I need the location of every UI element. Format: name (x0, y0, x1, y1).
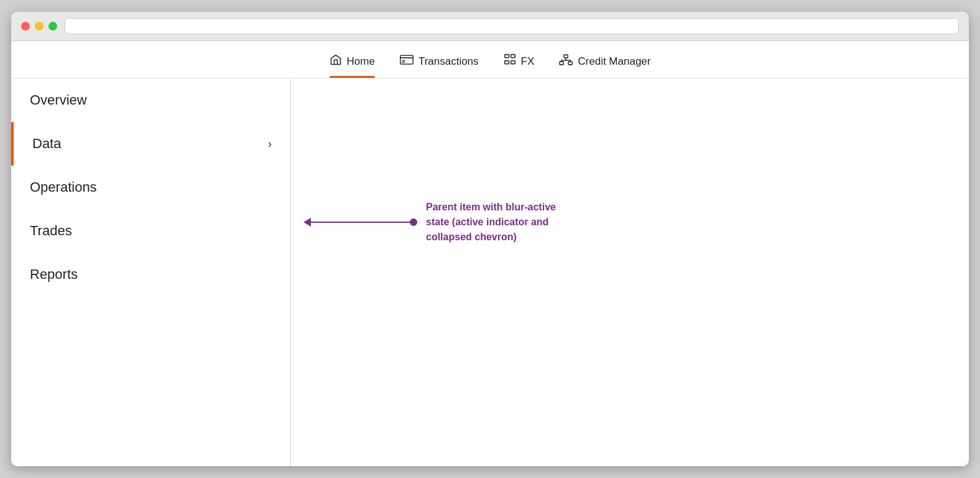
sidebar-item-data[interactable]: Data › (11, 122, 290, 166)
sidebar-item-trades[interactable]: Trades (11, 209, 290, 253)
content-area: Parent item with blur-active state (acti… (291, 78, 969, 466)
sidebar-item-overview[interactable]: Overview (11, 78, 290, 122)
annotation: Parent item with blur-active state (acti… (291, 200, 563, 245)
annotation-arrow-container: Parent item with blur-active state (acti… (303, 200, 563, 245)
nav-item-credit-manager[interactable]: Credit Manager (559, 54, 650, 78)
address-bar[interactable] (65, 18, 959, 34)
traffic-light-red[interactable] (21, 22, 30, 30)
chevron-right-icon: › (268, 138, 272, 151)
svg-rect-4 (504, 55, 509, 58)
browser-window: Home Transactions (11, 12, 969, 466)
nav-item-transactions-label: Transactions (418, 55, 479, 68)
annotation-arrowhead (303, 218, 311, 227)
transactions-icon (400, 54, 414, 68)
annotation-text: Parent item with blur-active state (acti… (426, 200, 563, 245)
nav-item-home-label: Home (347, 55, 375, 68)
sidebar-item-reports-label: Reports (30, 266, 78, 283)
main-layout: Overview Data › Operations Trades Repo (11, 78, 969, 466)
nav-items: Home Transactions (330, 54, 651, 78)
sidebar-item-trades-label: Trades (30, 223, 72, 239)
svg-rect-6 (504, 61, 509, 64)
nav-item-home[interactable]: Home (330, 54, 375, 78)
fx-icon (504, 54, 516, 69)
sidebar-item-reports[interactable]: Reports (11, 253, 290, 296)
annotation-endpoint-dot (410, 218, 417, 226)
sidebar-item-operations-label: Operations (30, 179, 97, 195)
sidebar: Overview Data › Operations Trades Repo (11, 78, 291, 466)
traffic-light-yellow[interactable] (35, 22, 44, 30)
nav-item-transactions[interactable]: Transactions (400, 54, 479, 77)
annotation-horizontal-line (311, 222, 410, 223)
svg-rect-5 (511, 55, 515, 58)
svg-rect-0 (400, 55, 413, 64)
traffic-light-green[interactable] (49, 22, 57, 30)
svg-rect-7 (511, 61, 515, 64)
sidebar-item-data-label: Data (32, 136, 61, 152)
nav-item-fx[interactable]: FX (504, 54, 535, 78)
app-content: Home Transactions (11, 41, 969, 466)
browser-chrome (11, 12, 969, 41)
nav-bar: Home Transactions (11, 41, 969, 78)
credit-manager-icon (559, 54, 573, 69)
sidebar-item-operations[interactable]: Operations (11, 166, 290, 209)
nav-item-credit-manager-label: Credit Manager (578, 55, 650, 68)
home-icon (330, 54, 342, 69)
traffic-lights (21, 22, 57, 30)
sidebar-item-overview-label: Overview (30, 92, 87, 108)
nav-item-fx-label: FX (521, 55, 535, 68)
